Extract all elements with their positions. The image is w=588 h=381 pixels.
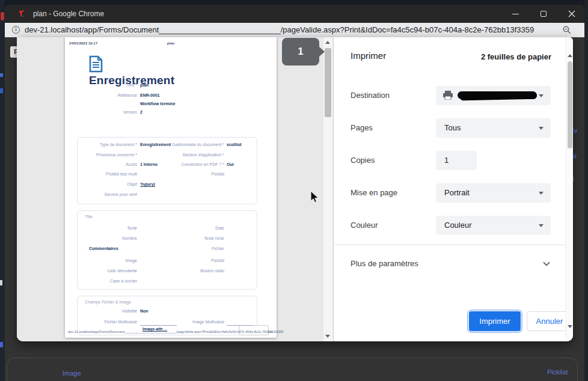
- section-title: Title: [85, 215, 93, 219]
- layout-select[interactable]: Portrait: [436, 183, 551, 203]
- print-dialog: 24/01/2023 19:17 plan Enregistrement Tit…: [17, 37, 573, 341]
- chevron-down-icon: [539, 224, 544, 227]
- field-label: Visibilité: [65, 309, 137, 313]
- color-select[interactable]: Couleur: [436, 216, 551, 235]
- field-label: Fichier: [149, 246, 224, 251]
- divider: [334, 245, 566, 245]
- page-number-badge: 1: [282, 38, 319, 66]
- preview-sheet: 24/01/2023 19:17 plan Enregistrement Tit…: [65, 37, 277, 338]
- field-value: 'hyjuryj: [140, 182, 155, 186]
- pages-select[interactable]: Tous: [436, 118, 551, 138]
- maximize-button[interactable]: [533, 5, 554, 23]
- field-label: Picklist: [149, 258, 224, 263]
- color-label: Couleur: [351, 221, 378, 230]
- field-label: Version: [65, 110, 137, 114]
- field-value: plan: [140, 83, 149, 87]
- screen: plan - Google Chrome i dev-21.localhost/…: [0, 0, 588, 381]
- field-label: Liste déroulante: [65, 269, 137, 273]
- background-blue-fragment: [0, 88, 3, 93]
- field-label: Picklist test multi: [65, 172, 137, 176]
- copies-input[interactable]: 1: [436, 151, 477, 170]
- field-label: Image: [65, 258, 137, 263]
- field-label: Secteur d'application *: [149, 153, 224, 157]
- sheet-header-title: plan: [65, 41, 277, 45]
- print-button[interactable]: Imprimer: [469, 311, 521, 331]
- document-icon: [89, 55, 103, 73]
- field-value: Non: [140, 309, 149, 313]
- background-window-right-sliver: [584, 0, 588, 381]
- color-value: Couleur: [444, 221, 472, 230]
- field-label: Texte: [65, 226, 137, 230]
- field-label: Fichier Multivalué: [65, 320, 137, 324]
- sheet-footer: dev-21.localhost/app/Forms/Document_____…: [68, 330, 274, 334]
- layout-value: Portrait: [444, 188, 470, 197]
- field-label: Bouton radio: [149, 269, 224, 273]
- dialog-title: Imprimer: [351, 50, 386, 61]
- scroll-down-icon[interactable]: [325, 335, 330, 338]
- browser-window: plan - Google Chrome i dev-21.localhost/…: [5, 5, 584, 381]
- minimize-button[interactable]: [505, 5, 525, 23]
- copies-label: Copies: [351, 156, 375, 165]
- url-text: dev-21.localhost/app/Forms/Document_____…: [25, 25, 563, 34]
- scroll-up-icon[interactable]: [568, 54, 572, 57]
- minimize-icon: [512, 14, 519, 14]
- redacted-printer-name: [458, 91, 537, 99]
- chevron-down-icon: [543, 261, 550, 266]
- sheets-summary: 2 feuilles de papier: [481, 52, 551, 61]
- field-underline: [140, 325, 177, 326]
- page-info-icon[interactable]: i: [12, 26, 20, 34]
- window-title: plan - Google Chrome: [33, 10, 104, 18]
- field-label: Date: [149, 226, 224, 230]
- field-underline: [227, 325, 253, 326]
- field-label: Référence: [65, 93, 137, 97]
- background-white-fragment: [0, 280, 2, 285]
- field-label: Picklist: [149, 172, 224, 176]
- sheet-footer-page-number: 1/4: [268, 330, 272, 334]
- close-button[interactable]: [562, 5, 582, 23]
- printer-icon: [443, 91, 453, 100]
- titlebar: plan - Google Chrome: [5, 5, 584, 23]
- field-label: Processus concerné *: [65, 153, 137, 157]
- more-settings-toggle[interactable]: Plus de paramètres: [334, 255, 566, 273]
- settings-scrollbar-thumb[interactable]: [568, 61, 572, 148]
- copies-value: 1: [444, 156, 449, 165]
- maximize-icon: [541, 11, 547, 17]
- mouse-cursor: [310, 190, 319, 204]
- preview-scrollbar[interactable]: [323, 37, 332, 341]
- print-settings-pane: Imprimer 2 feuilles de papier Destinatio…: [334, 37, 566, 341]
- field-value: scolliot: [227, 142, 242, 147]
- chevron-down-icon: [539, 192, 544, 195]
- pages-label: Pages: [351, 123, 373, 132]
- field-label: Image Multivalué: [149, 320, 224, 324]
- page-number-badge-arrow: [319, 47, 325, 56]
- picklist-link[interactable]: Picklist: [547, 368, 568, 376]
- scroll-up-icon[interactable]: [325, 41, 330, 44]
- field-label-bold: Commentaires: [89, 246, 118, 251]
- url-bar[interactable]: i dev-21.localhost/app/Forms/Document___…: [5, 23, 584, 37]
- field-value: Workflow terminé: [140, 102, 176, 106]
- zoom-icon[interactable]: [563, 26, 571, 34]
- field-label: Accès: [65, 162, 137, 166]
- section-title: Champs Fichier & Image: [85, 300, 131, 304]
- field-label: Texte riche: [149, 236, 224, 240]
- field-label: Type de document *: [65, 142, 137, 147]
- sheet-footer-url: dev-21.localhost/app/Forms/Document_____…: [68, 330, 283, 334]
- destination-label: Destination: [351, 91, 390, 100]
- field-label: Titre *: [65, 83, 137, 87]
- field-value: 2: [140, 110, 142, 114]
- background-blue-fragment: [0, 73, 3, 77]
- destination-select[interactable]: [436, 86, 551, 105]
- pages-value: Tous: [444, 123, 461, 132]
- preview-scrollbar-thumb[interactable]: [325, 48, 331, 117]
- scroll-down-icon[interactable]: [568, 325, 572, 328]
- field-label: Conversion en PDF ? *: [149, 162, 224, 166]
- print-preview-pane: 24/01/2023 19:17 plan Enregistrement Tit…: [17, 37, 334, 341]
- image-link[interactable]: Image: [63, 370, 81, 377]
- settings-scrollbar[interactable]: [566, 37, 573, 341]
- background-blue-fragment: [0, 342, 3, 347]
- chevron-down-icon: [539, 127, 544, 130]
- chevron-down-icon: [539, 94, 544, 97]
- field-label: Objet: [65, 182, 137, 186]
- field-label: Gestionnaire du document *: [149, 142, 224, 147]
- close-icon: [568, 10, 575, 17]
